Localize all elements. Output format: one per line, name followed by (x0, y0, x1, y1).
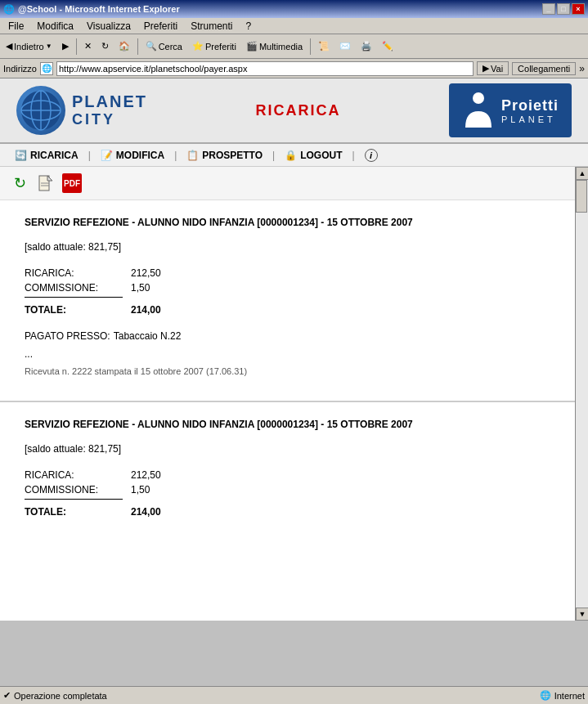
multimedia-button[interactable]: 🎬 Multimedia (242, 37, 307, 56)
nav-ricarica[interactable]: 🔄 RICARICA (8, 148, 85, 163)
address-input[interactable] (56, 61, 474, 76)
address-label: Indirizzo (3, 64, 37, 74)
receipt-title-2: SERVIZIO REFEZIONE - ALUNNO NIDO INFANZI… (25, 419, 563, 430)
planet-sub-label: PLANET (501, 114, 559, 124)
page-header: PLANET CITY RICARICA Proietti PLANET (0, 78, 588, 144)
nav-bar: 🔄 RICARICA | 📝 MODIFICA | 📋 PROSPETTO | … (0, 144, 588, 167)
receipt-section-2: SERVIZIO REFEZIONE - ALUNNO NIDO INFANZI… (0, 402, 588, 532)
menu-strumenti[interactable]: Strumenti (184, 19, 239, 34)
window-title: @School - Microsoft Internet Explorer (18, 4, 180, 14)
globe-icon (16, 86, 65, 135)
edit-icon: ✏️ (382, 41, 393, 52)
scroll-up-button[interactable]: ▲ (576, 167, 588, 180)
links-button[interactable]: Collegamenti (512, 62, 576, 75)
green-refresh-icon[interactable]: ↻ (10, 173, 29, 193)
media-icon: 🎬 (246, 41, 258, 52)
nav-modifica[interactable]: 📝 MODIFICA (94, 148, 171, 163)
stop-icon: ✕ (84, 41, 92, 52)
print-icon: 🖨️ (361, 41, 372, 52)
main-content: ↻ PDF SERVIZIO REFEZIONE - ALUNNO NIDO I… (0, 167, 588, 532)
refresh-button[interactable]: ↻ (97, 37, 113, 56)
star-icon: ⭐ (192, 41, 204, 52)
ricarica-icon: 🔄 (15, 150, 27, 161)
vertical-scrollbar[interactable]: ▲ ▼ (575, 167, 588, 621)
minimize-button[interactable]: _ (542, 3, 555, 15)
svg-point-5 (473, 92, 484, 104)
info-icon: i (365, 149, 378, 162)
pagato-label-1: PAGATO PRESSO: (25, 330, 110, 342)
person-icon (462, 90, 495, 131)
page-title: RICARICA (255, 102, 340, 119)
menu-help[interactable]: ? (240, 19, 258, 34)
toolbar-sep3 (310, 38, 311, 55)
ricarica-label-2: RICARICA: (25, 469, 131, 481)
forward-button[interactable]: ▶ (58, 37, 73, 56)
menu-visualizza[interactable]: Visualizza (80, 19, 137, 34)
menu-bar: File Modifica Visualizza Preferiti Strum… (0, 18, 588, 34)
internet-label: Internet (554, 691, 585, 701)
logout-icon: 🔒 (285, 150, 297, 161)
nav-info[interactable]: i (358, 147, 384, 164)
ricarica-value-1: 212,50 (131, 267, 161, 279)
planet-text: PLANET (72, 92, 147, 111)
search-button[interactable]: 🔍 Cerca (141, 37, 186, 56)
home-icon: 🏠 (119, 41, 130, 52)
pagato-row-1: PAGATO PRESSO: Tabaccaio N.22 (25, 330, 563, 342)
scroll-thumb[interactable] (576, 180, 587, 213)
back-button[interactable]: ◀ Indietro ▼ (2, 37, 56, 56)
status-right: 🌐 Internet (540, 690, 585, 701)
address-bar: Indirizzo 🌐 ▶ Vai Collegamenti » (0, 59, 588, 78)
divider-line-2 (25, 499, 123, 500)
internet-icon: 🌐 (540, 690, 551, 701)
nav-prospetto[interactable]: 📋 PROSPETTO (180, 148, 269, 163)
logo-right: Proietti PLANET (449, 83, 572, 137)
totale-label-1: TOTALE: (25, 304, 131, 316)
commissione-value-2: 1,50 (131, 484, 150, 495)
mail-button[interactable]: ✉️ (335, 37, 355, 56)
browser-content: PLANET CITY RICARICA Proietti PLANET 🔄 R… (0, 78, 588, 621)
scroll-down-button[interactable]: ▼ (576, 608, 588, 621)
nav-logout[interactable]: 🔒 LOGOUT (278, 148, 348, 163)
dots-1: ... (25, 348, 563, 360)
ricarica-row-1: RICARICA: 212,50 (25, 267, 563, 279)
toolbar-sep2 (137, 38, 138, 55)
page-icon: 🌐 (40, 62, 53, 75)
totale-value-2: 214,00 (131, 506, 161, 518)
totale-row-1: TOTALE: 214,00 (25, 304, 563, 316)
modifica-icon: 📝 (101, 150, 113, 161)
commissione-row-2: COMMISSIONE: 1,50 (25, 484, 563, 495)
receipt-section-1: SERVIZIO REFEZIONE - ALUNNO NIDO INFANZI… (0, 200, 588, 402)
close-button[interactable]: × (572, 3, 585, 15)
logo-text: PLANET CITY (72, 92, 147, 128)
title-bar: 🌐 @School - Microsoft Internet Explorer … (0, 0, 588, 18)
go-button[interactable]: ▶ Vai (477, 61, 509, 75)
commissione-label-2: COMMISSIONE: (25, 484, 131, 495)
menu-modifica[interactable]: Modifica (30, 19, 80, 34)
toolbar: ◀ Indietro ▼ ▶ ✕ ↻ 🏠 🔍 Cerca ⭐ Preferiti… (0, 34, 588, 59)
home-button[interactable]: 🏠 (114, 37, 134, 56)
maximize-button[interactable]: □ (557, 3, 570, 15)
print-button[interactable]: 🖨️ (357, 37, 376, 56)
history-icon: 📜 (318, 41, 330, 52)
pagato-value-1: Tabaccaio N.22 (114, 330, 182, 342)
divider-line-1 (25, 297, 123, 298)
saldo-1: [saldo attuale: 821,75] (25, 241, 563, 253)
scroll-track[interactable] (576, 180, 588, 608)
menu-preferiti[interactable]: Preferiti (137, 19, 184, 34)
history-button[interactable]: 📜 (314, 37, 334, 56)
stop-button[interactable]: ✕ (80, 37, 96, 56)
totale-label-2: TOTALE: (25, 506, 131, 518)
receipt-title-1: SERVIZIO REFEZIONE - ALUNNO NIDO INFANZI… (25, 217, 563, 228)
city-text: CITY (72, 111, 147, 128)
links-expand-icon[interactable]: » (579, 63, 585, 74)
logo-left: PLANET CITY (16, 86, 147, 135)
totale-row-2: TOTALE: 214,00 (25, 506, 563, 518)
edit-button[interactable]: ✏️ (378, 37, 397, 56)
prospetto-icon: 📋 (186, 150, 199, 161)
favorites-button[interactable]: ⭐ Preferiti (188, 37, 240, 56)
saldo-2: [saldo attuale: 821,75] (25, 443, 563, 455)
menu-file[interactable]: File (2, 19, 30, 34)
pdf-icon[interactable]: PDF (62, 173, 82, 193)
document-icon[interactable] (36, 173, 56, 193)
ricarica-label-1: RICARICA: (25, 267, 131, 279)
